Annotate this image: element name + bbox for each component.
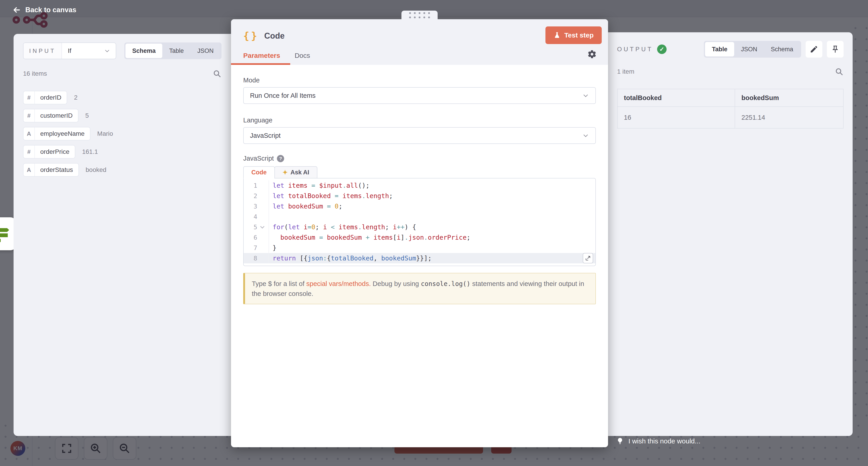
view-tab-table[interactable]: Table	[705, 42, 734, 57]
output-cell: 2251.14	[735, 107, 843, 128]
input-schema-list: #orderID 2 #customerID 5 AemployeeName M…	[23, 91, 221, 177]
node-title[interactable]: Code	[264, 31, 285, 41]
code-line-1: 1 let items = $input.all();	[244, 180, 595, 191]
mode-label: Mode	[243, 76, 596, 84]
help-icon[interactable]: ?	[277, 155, 284, 162]
code-line-3: 3 let bookedSum = 0;	[244, 201, 595, 211]
field-name: orderID	[35, 91, 67, 104]
view-tab-json[interactable]: JSON	[191, 43, 220, 58]
code-line-4: 4	[244, 211, 595, 222]
language-label: Language	[243, 116, 596, 124]
lightbulb-icon	[616, 437, 624, 445]
expand-editor-button[interactable]	[583, 253, 593, 263]
field-type-icon: #	[24, 91, 35, 104]
field-type-icon: A	[24, 164, 35, 176]
field-value: booked	[86, 166, 106, 173]
code-line-7: 7 }	[244, 243, 595, 253]
flask-icon	[554, 32, 561, 39]
chevron-down-icon	[582, 132, 589, 139]
field-name: customerID	[35, 109, 78, 122]
gear-icon	[587, 49, 597, 59]
field-value: 2	[74, 94, 78, 101]
node-header: {} Code Test step Parameters Docs	[231, 19, 608, 65]
active-tab-underline	[231, 63, 290, 65]
pencil-icon	[810, 45, 818, 54]
view-tab-schema[interactable]: Schema	[125, 43, 162, 58]
pin-data-button[interactable]	[827, 41, 844, 58]
output-label: OUTPUT	[617, 46, 653, 53]
wish-feedback-button[interactable]: I wish this node would...	[616, 437, 701, 445]
node-parameters: Mode Run Once for All Items Language Jav…	[231, 76, 608, 304]
output-items-count: 1 item	[617, 68, 634, 75]
schema-item[interactable]: #customerID 5	[23, 109, 221, 123]
edit-output-button[interactable]	[806, 41, 822, 58]
tab-parameters[interactable]: Parameters	[243, 52, 280, 65]
field-type-icon: #	[24, 109, 35, 122]
back-to-canvas-button[interactable]: Back to canvas	[12, 5, 76, 14]
view-tab-schema[interactable]: Schema	[764, 42, 800, 57]
node-tabs: Parameters Docs	[231, 52, 608, 65]
code-line-6: 6 bookedSum = bookedSum + items[i].json.…	[244, 232, 595, 243]
schema-item[interactable]: #orderPrice 161.1	[23, 145, 221, 159]
output-table: totalBookedbookedSum 162251.14	[617, 89, 844, 129]
editor-hint: Type $ for a list of special vars/method…	[243, 273, 596, 304]
field-type-icon: A	[24, 127, 35, 140]
code-line-5: 5 for(let i=0; i < items.length; i++) {	[244, 222, 595, 232]
output-cell: 16	[617, 107, 735, 128]
input-items-count: 16 items	[23, 70, 47, 77]
output-panel: OUTPUT ✓ TableJSONSchema 1 item totalBoo…	[608, 32, 852, 436]
node-settings-button[interactable]	[587, 49, 597, 60]
output-table-row: 162251.14	[617, 107, 843, 128]
field-type-icon: #	[24, 145, 35, 158]
mode-select[interactable]: Run Once for All Items	[243, 87, 596, 104]
schema-item[interactable]: AorderStatus booked	[23, 163, 221, 177]
tab-docs[interactable]: Docs	[294, 52, 310, 65]
if-node-icon	[0, 225, 14, 243]
input-panel: INPUT If SchemaTableJSON 16 items #order…	[13, 34, 231, 436]
test-step-button[interactable]: Test step	[546, 26, 602, 44]
view-tab-table[interactable]: Table	[162, 43, 191, 58]
code-line-8: 8 return [{json:{totalBooked, bookedSum}…	[244, 253, 595, 263]
sparkle-icon: ✦	[283, 169, 288, 176]
code-line-2: 2 let totalBooked = items.length;	[244, 191, 595, 201]
output-view-tabs: TableJSONSchema	[704, 41, 801, 58]
expand-icon	[585, 255, 591, 261]
schema-item[interactable]: AemployeeName Mario	[23, 127, 221, 140]
drag-handle[interactable]	[401, 11, 438, 20]
input-label: INPUT	[24, 43, 62, 59]
chevron-down-icon	[104, 48, 110, 54]
chevron-down-icon	[582, 92, 589, 99]
input-source-select[interactable]: INPUT If	[23, 42, 116, 59]
editor-tab-code[interactable]: Code	[243, 166, 275, 178]
output-column-header: bookedSum	[735, 89, 843, 107]
pin-icon	[831, 45, 839, 54]
field-name: orderStatus	[35, 164, 79, 176]
input-source-value: If	[68, 47, 71, 55]
success-check-icon: ✓	[657, 44, 666, 54]
field-value: Mario	[97, 130, 113, 137]
node-detail-modal: {} Code Test step Parameters Docs Mode R…	[231, 19, 608, 447]
output-column-header: totalBooked	[617, 89, 735, 107]
code-node-icon: {}	[243, 30, 259, 41]
arrow-left-icon	[12, 5, 21, 14]
field-name: orderPrice	[35, 145, 75, 158]
field-value: 5	[85, 112, 89, 119]
output-table-header-row: totalBookedbookedSum	[617, 89, 843, 107]
javascript-label: JavaScript	[243, 155, 274, 162]
search-icon[interactable]	[835, 67, 844, 76]
search-icon[interactable]	[213, 69, 221, 78]
view-tab-json[interactable]: JSON	[734, 42, 764, 57]
editor-tab-ask-ai[interactable]: ✦Ask AI	[274, 166, 318, 178]
input-view-tabs: SchemaTableJSON	[124, 42, 221, 59]
language-select[interactable]: JavaScript	[243, 127, 596, 144]
code-editor[interactable]: 1 let items = $input.all(); 2 let totalB…	[243, 178, 596, 266]
schema-item[interactable]: #orderID 2	[23, 91, 221, 104]
field-name: employeeName	[35, 127, 90, 140]
field-value: 161.1	[82, 148, 98, 156]
